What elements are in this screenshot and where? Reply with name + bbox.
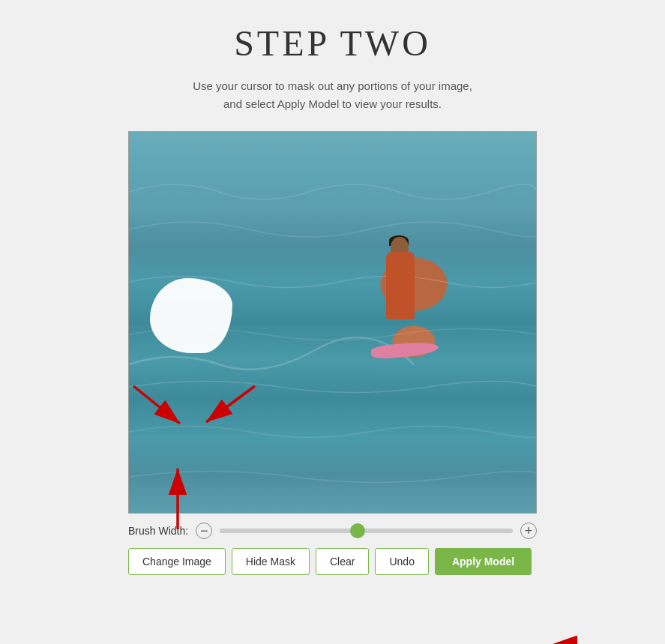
brush-slider-container (220, 523, 513, 539)
action-buttons-row: Change Image Hide Mask Clear Undo Apply … (128, 548, 537, 575)
page-container: STEP TWO Use your cursor to mask out any… (0, 22, 665, 575)
change-image-button[interactable]: Change Image (128, 548, 226, 575)
clear-button[interactable]: Clear (316, 548, 369, 575)
apply-model-button[interactable]: Apply Model (435, 548, 532, 575)
image-canvas[interactable] (128, 131, 537, 514)
mask-blob (150, 278, 232, 353)
brush-decrease-button[interactable]: − (196, 523, 212, 539)
subtitle: Use your cursor to mask out any portions… (193, 77, 472, 113)
undo-button[interactable]: Undo (375, 548, 428, 575)
brush-label: Brush Width: (128, 525, 188, 537)
page-title: STEP TWO (234, 22, 431, 64)
surfer-figure (371, 252, 431, 357)
controls-area: Brush Width: − + Change Image Hide Mask … (128, 523, 537, 575)
brush-increase-button[interactable]: + (520, 523, 537, 539)
brush-slider-thumb[interactable] (350, 523, 365, 538)
slider-fill (220, 529, 358, 533)
ocean-background (129, 132, 536, 513)
canvas-area: Brush Width: − + Change Image Hide Mask … (0, 131, 665, 575)
hide-mask-button[interactable]: Hide Mask (232, 548, 310, 575)
subtitle-line2: and select Apply Model to view your resu… (223, 97, 442, 110)
surfer-body (386, 252, 415, 319)
slider-track (220, 529, 513, 533)
brush-width-row: Brush Width: − + (128, 523, 537, 539)
subtitle-line1: Use your cursor to mask out any portions… (193, 79, 472, 92)
